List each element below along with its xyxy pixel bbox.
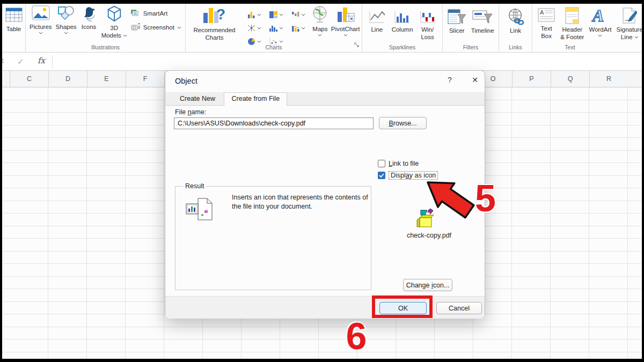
insert-combo-chart-button[interactable]	[287, 21, 309, 35]
red-arrow-icon	[423, 167, 479, 223]
slicer-icon	[447, 8, 466, 27]
timeline-label: Timeline	[471, 27, 494, 34]
header-footer-button[interactable]: Header & Footer	[560, 7, 584, 41]
checkbox-unchecked-icon	[378, 160, 385, 167]
chevron-down-icon	[598, 34, 602, 37]
formula-bar: ✕ ✓ fx	[2, 53, 642, 71]
sparkline-winloss-button[interactable]: Win/ Loss	[419, 10, 436, 41]
screenshot-button[interactable]: Screenshot	[131, 23, 181, 32]
link-to-file-checkbox[interactable]: Link to file	[378, 160, 419, 167]
tab-create-from-file[interactable]: Create from File	[224, 92, 287, 106]
dialog-help-button[interactable]: ?	[444, 76, 455, 84]
insert-radar-chart-button[interactable]	[243, 21, 265, 35]
column-header-R[interactable]: R	[589, 71, 628, 87]
cancel-entry-icon[interactable]: ✕	[2, 57, 5, 65]
browse-button[interactable]: Browse...	[379, 117, 427, 129]
timeline-button[interactable]: Timeline	[471, 8, 494, 34]
chevron-down-icon	[64, 32, 68, 34]
3d-models-button[interactable]: 3D Models	[101, 5, 127, 39]
dialog-close-button[interactable]: ✕	[469, 76, 481, 84]
chevron-down-icon	[177, 26, 181, 29]
column-header-F[interactable]: F	[126, 71, 164, 87]
chevron-down-icon	[279, 40, 283, 43]
text-box-label-line2: Box	[541, 33, 552, 40]
header-footer-label-line2: & Footer	[560, 34, 584, 41]
ribbon-group-links: Link Links	[499, 4, 532, 52]
text-box-label-line1: Text	[541, 25, 552, 32]
confirm-entry-icon[interactable]: ✓	[17, 57, 24, 67]
signature-line-icon	[621, 7, 638, 26]
wordart-button[interactable]: A WordArt	[589, 7, 611, 37]
tab-create-new[interactable]: Create New	[173, 93, 222, 106]
slicer-label: Slicer	[449, 27, 465, 34]
link-globe-icon	[507, 8, 525, 27]
smartart-button[interactable]: SmartArt	[131, 9, 167, 18]
cancel-button[interactable]: Cancel	[436, 302, 482, 314]
links-group-label: Links	[499, 44, 532, 50]
insert-histogram-chart-button[interactable]	[265, 21, 287, 35]
column-header-Q[interactable]: Q	[551, 71, 589, 87]
column-header-E[interactable]: E	[87, 71, 126, 87]
sparkline-column-button[interactable]: Column	[392, 10, 413, 33]
column-header-D[interactable]: D	[48, 71, 87, 87]
file-name-input[interactable]	[174, 117, 374, 129]
link-button[interactable]: Link	[507, 8, 525, 34]
pivotchart-button[interactable]: PivotChart	[331, 5, 360, 36]
filters-group-label: Filters	[443, 44, 499, 50]
signature-line-label-line1: Signature	[617, 26, 642, 33]
shapes-icon	[57, 5, 75, 23]
chevron-down-icon	[257, 13, 261, 16]
chevron-down-icon	[257, 27, 261, 29]
sparklines-group-label: Sparklines	[362, 44, 442, 50]
ribbon-group-illustrations: Pictures Shapes Icons 3D Models	[26, 4, 186, 52]
chevron-down-icon	[301, 27, 305, 29]
pictures-icon	[32, 5, 50, 23]
ribbon-group-sparklines: Line Column Win/ Loss Sparklines	[362, 4, 443, 52]
pictures-button[interactable]: Pictures	[30, 5, 52, 34]
sparkline-line-button[interactable]: Line	[368, 10, 385, 33]
change-icon-button[interactable]: Change icon...	[403, 279, 452, 291]
signature-line-button[interactable]: Signature Line	[617, 7, 642, 41]
link-label: Link	[510, 27, 521, 34]
checkbox-checked-icon	[378, 172, 385, 179]
sparkline-column-icon	[393, 10, 411, 26]
column-header-C[interactable]: C	[10, 71, 48, 87]
histogram-chart-icon	[269, 24, 278, 32]
ribbon-group-text: A Text Box Header & Footer A WordArt Sig…	[532, 4, 642, 52]
svg-text:A: A	[540, 9, 544, 16]
ribbon-group-charts: ? Recommended Charts Maps	[186, 4, 362, 52]
file-name-label: File name:	[175, 108, 206, 116]
insert-waterfall-chart-button[interactable]	[287, 8, 309, 21]
cube-icon	[105, 5, 123, 24]
insert-column-chart-button[interactable]	[243, 8, 265, 21]
recommended-charts-icon: ?	[202, 5, 226, 26]
slicer-button[interactable]: Slicer	[447, 8, 466, 34]
result-preview-icon	[185, 197, 213, 225]
wordart-icon: A	[591, 7, 609, 26]
maps-button[interactable]: Maps	[311, 5, 329, 36]
table-button[interactable]: Table	[5, 5, 23, 33]
recommended-charts-button[interactable]: ? Recommended Charts	[187, 5, 241, 41]
treemap-chart-icon	[269, 11, 278, 19]
sparkline-winloss-label-line1: Win/	[421, 26, 434, 33]
dialog-tabstrip: Create New Create from File	[165, 92, 485, 106]
text-box-button[interactable]: A Text Box	[537, 7, 555, 40]
insert-hierarchy-chart-button[interactable]	[265, 8, 287, 21]
chevron-down-icon	[634, 36, 639, 39]
step-number-5: 5	[475, 180, 496, 217]
result-description: Inserts an icon that represents the cont…	[232, 193, 378, 211]
icons-button[interactable]: Icons	[80, 5, 98, 31]
chevron-down-icon	[123, 34, 127, 37]
shapes-label: Shapes	[56, 24, 77, 31]
column-header-P[interactable]: P	[512, 71, 551, 87]
formula-input[interactable]	[54, 53, 642, 70]
insert-function-icon[interactable]: fx	[38, 56, 45, 65]
charts-dialog-launcher-icon[interactable]	[354, 40, 360, 50]
illustrations-group-label: Illustrations	[26, 44, 185, 50]
text-box-icon: A	[537, 7, 555, 25]
shapes-button[interactable]: Shapes	[56, 5, 77, 34]
ribbon-group-filters: Slicer Timeline Filters	[443, 4, 499, 52]
chevron-down-icon	[301, 13, 305, 16]
screenshot-camera-icon	[131, 23, 141, 32]
recommended-charts-label-line2: Charts	[206, 34, 224, 41]
